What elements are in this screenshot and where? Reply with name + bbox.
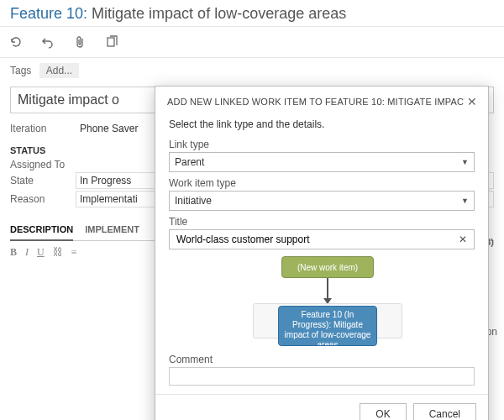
- title-label: Title: [169, 216, 475, 228]
- tab-description[interactable]: DESCRIPTION: [10, 219, 73, 241]
- work-item-type-value: Initiative: [175, 195, 212, 207]
- cancel-button[interactable]: Cancel: [413, 403, 476, 420]
- link-type-value: Parent: [175, 156, 204, 168]
- tags-row: Tags Add...: [0, 58, 504, 83]
- assigned-to-label: Assigned To: [10, 159, 76, 171]
- link-type-label: Link type: [169, 139, 475, 150]
- iteration-label: Iteration: [10, 123, 76, 134]
- dialog-instruction: Select the link type and the details.: [169, 118, 475, 130]
- toolbar: [0, 26, 504, 58]
- attach-icon[interactable]: [71, 33, 89, 51]
- state-label: State: [10, 175, 76, 186]
- link-type-dropdown[interactable]: Parent ▼: [169, 152, 475, 172]
- title-field[interactable]: ✕: [169, 229, 475, 249]
- copy-icon[interactable]: [102, 33, 121, 51]
- refresh-icon[interactable]: [7, 33, 25, 51]
- feature-id-label: Feature 10:: [10, 5, 87, 22]
- relationship-diagram: (New work item) Feature 10 (In Progress)…: [169, 256, 475, 349]
- comment-label: Comment: [169, 354, 475, 365]
- page-header: Feature 10: Mitigate impact of low-cover…: [0, 0, 504, 26]
- work-item-type-dropdown[interactable]: Initiative ▼: [169, 191, 475, 211]
- reason-label: Reason: [10, 193, 76, 205]
- tags-label: Tags: [10, 65, 31, 76]
- chevron-down-icon: ▼: [461, 197, 469, 205]
- tab-implementation[interactable]: IMPLEMENT: [85, 219, 139, 240]
- title-input[interactable]: [175, 233, 457, 246]
- underline-icon[interactable]: U: [37, 246, 45, 259]
- undo-icon[interactable]: [39, 33, 57, 51]
- svg-rect-0: [108, 38, 114, 46]
- feature-title: Mitigate impact of low-coverage areas: [92, 5, 346, 22]
- ok-button[interactable]: OK: [360, 403, 406, 420]
- italic-icon[interactable]: I: [25, 246, 29, 259]
- feature-node: Feature 10 (In Progress): Mitigate impac…: [278, 306, 377, 346]
- list-icon[interactable]: ≡: [71, 246, 77, 259]
- bold-icon[interactable]: B: [10, 246, 17, 259]
- add-linked-item-dialog: ADD NEW LINKED WORK ITEM TO FEATURE 10: …: [155, 86, 489, 420]
- work-item-type-label: Work item type: [169, 177, 475, 189]
- chevron-down-icon: ▼: [461, 158, 469, 166]
- add-tag-button[interactable]: Add...: [39, 63, 79, 78]
- arrow-down-icon: [327, 278, 328, 303]
- dialog-title: ADD NEW LINKED WORK ITEM TO FEATURE 10: …: [167, 97, 465, 107]
- link-icon[interactable]: ⛓: [53, 246, 63, 259]
- new-item-node: (New work item): [281, 256, 374, 278]
- comment-input[interactable]: [169, 367, 475, 386]
- close-icon[interactable]: ✕: [465, 95, 480, 108]
- clear-icon[interactable]: ✕: [457, 234, 469, 245]
